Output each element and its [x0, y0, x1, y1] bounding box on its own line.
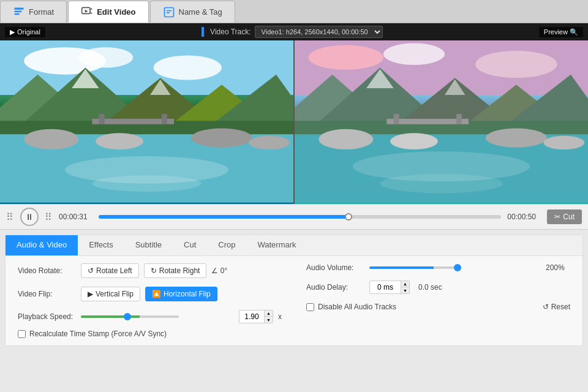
svg-rect-46 [456, 114, 462, 124]
playback-speed-up[interactable]: ▲ [264, 311, 273, 317]
audio-volume-value: 200% [546, 263, 570, 272]
play-triangle: ▶ [10, 28, 15, 36]
disable-audio-text: Disable All Audio Tracks [318, 303, 396, 311]
cut-button[interactable]: ✂ Cut [547, 209, 582, 224]
rotate-right-icon: ↻ [151, 266, 157, 275]
sub-tab-watermark[interactable]: Watermark [246, 235, 307, 255]
svg-point-35 [475, 51, 557, 78]
svg-point-31 [92, 175, 202, 192]
playback-speed-input[interactable] [239, 311, 264, 322]
tab-name-tag-label: Name & Tag [179, 7, 222, 17]
playback-speed-label: Playback Speed: [18, 312, 76, 321]
vertical-flip-icon: ▶ [88, 290, 93, 298]
svg-point-13 [154, 55, 222, 80]
sub-tab-effects[interactable]: Effects [78, 235, 124, 255]
recalculate-checkbox[interactable] [18, 330, 26, 338]
video-frames [0, 40, 588, 204]
svg-line-6 [91, 13, 92, 14]
audio-delay-up[interactable]: ▲ [401, 281, 409, 287]
original-badge: ▶ Original [5, 27, 45, 37]
video-flip-row: Video Flip: ▶ Vertical Flip 🔼 Horizontal… [18, 287, 282, 301]
svg-point-53 [380, 174, 502, 193]
angle-value: 0° [221, 266, 227, 275]
video-rotate-row: Video Rotate: ↺ Rotate Left ↻ Rotate Rig… [18, 263, 282, 278]
svg-point-51 [543, 136, 584, 149]
svg-point-27 [96, 133, 143, 149]
video-frame-left [0, 40, 293, 204]
disable-audio-label[interactable]: Disable All Audio Tracks [306, 303, 396, 311]
disable-audio-checkbox[interactable] [306, 303, 314, 311]
rotate-left-button[interactable]: ↺ Rotate Left [81, 263, 139, 278]
playback-speed-spinners: ▲ ▼ [264, 311, 273, 323]
right-column: Audio Volume: 200% Audio Delay: ▲ ▼ 0.0 … [306, 263, 570, 338]
progress-bar[interactable] [99, 215, 501, 219]
video-rotate-label: Video Rotate: [18, 266, 76, 275]
disable-audio-row: Disable All Audio Tracks ↺ Reset [306, 303, 570, 311]
tab-edit-video[interactable]: Edit Video [68, 1, 148, 23]
svg-point-50 [486, 129, 547, 148]
progress-handle[interactable] [345, 213, 352, 221]
angle-icon: ∠ [211, 266, 218, 275]
tab-name-tag[interactable]: Name & Tag [150, 1, 235, 23]
playback-speed-slider[interactable] [81, 315, 179, 318]
tab-format[interactable]: Format [0, 1, 67, 23]
video-area: ▶ Original Video Track: Video1: h264, 25… [0, 23, 588, 204]
audio-volume-slider-container [369, 266, 541, 269]
playback-speed-row: Playback Speed: ▲ ▼ x [18, 310, 282, 323]
sub-tab-watermark-label: Watermark [257, 240, 296, 249]
recalculate-checkbox-label[interactable]: Recalculate Time Stamp (Force A/V Sync) [18, 330, 167, 338]
edit-video-icon [81, 6, 93, 18]
svg-point-34 [383, 43, 445, 65]
right-frame-visual [295, 40, 588, 204]
controls-area: Video Rotate: ↺ Rotate Left ↻ Rotate Rig… [6, 256, 582, 345]
audio-volume-row: Audio Volume: 200% [306, 263, 570, 272]
tab-format-label: Format [29, 7, 54, 17]
audio-delay-sec: 0.0 sec [418, 283, 442, 292]
svg-point-12 [78, 47, 133, 67]
dots-left-icon: ⠿ [6, 211, 14, 223]
original-label: Original [17, 28, 40, 36]
play-pause-button[interactable]: ⏸ [20, 208, 39, 226]
svg-line-5 [91, 9, 92, 10]
sub-tab-subtitle-label: Subtitle [135, 240, 162, 249]
name-tag-icon [163, 6, 175, 18]
horizontal-flip-button[interactable]: 🔼 Horizontal Flip [145, 287, 217, 301]
audio-volume-label: Audio Volume: [306, 263, 364, 272]
horizontal-flip-icon: 🔼 [152, 290, 161, 298]
sub-tab-cut[interactable]: Cut [173, 235, 207, 255]
svg-point-33 [309, 45, 383, 70]
sub-tab-subtitle[interactable]: Subtitle [124, 235, 173, 255]
svg-rect-0 [15, 7, 24, 9]
playback-speed-down[interactable]: ▼ [264, 317, 273, 323]
audio-delay-input[interactable] [370, 282, 401, 293]
svg-point-48 [318, 129, 373, 149]
sub-tab-audio-video-label: Audio & Video [17, 240, 67, 249]
vertical-flip-label: Vertical Flip [96, 290, 134, 298]
playback-speed-unit: x [278, 312, 282, 321]
angle-display: ∠ 0° [211, 266, 227, 275]
svg-marker-4 [85, 10, 88, 13]
track-dropdown[interactable]: Video1: h264, 2560x1440, 00:00:50 [255, 26, 383, 38]
video-track-selector: Video Track: Video1: h264, 2560x1440, 00… [202, 26, 382, 38]
scissors-icon: ✂ [554, 213, 560, 221]
sub-tab-crop-label: Crop [218, 240, 235, 249]
total-time: 00:00:50 [507, 213, 541, 221]
left-column: Video Rotate: ↺ Rotate Left ↻ Rotate Rig… [18, 263, 282, 338]
vertical-flip-button[interactable]: ▶ Vertical Flip [81, 287, 140, 301]
audio-delay-down[interactable]: ▼ [401, 287, 409, 293]
sub-tab-audio-video[interactable]: Audio & Video [6, 235, 78, 255]
rotate-right-button[interactable]: ↻ Rotate Right [144, 263, 207, 278]
preview-button[interactable]: Preview 🔍 [539, 27, 583, 37]
sub-tab-crop[interactable]: Crop [207, 235, 246, 255]
svg-rect-2 [15, 13, 20, 15]
svg-point-28 [191, 129, 252, 148]
playback-speed-input-wrap: ▲ ▼ [239, 310, 273, 323]
svg-point-29 [249, 136, 290, 149]
reset-button[interactable]: ↺ Reset [543, 303, 570, 311]
video-header: ▶ Original Video Track: Video1: h264, 25… [0, 23, 588, 40]
audio-volume-slider[interactable] [369, 266, 461, 269]
track-blue-bar [202, 27, 204, 37]
rotate-left-label: Rotate Left [96, 266, 132, 275]
audio-delay-spinners: ▲ ▼ [401, 281, 409, 293]
sub-tab-effects-label: Effects [89, 240, 113, 249]
